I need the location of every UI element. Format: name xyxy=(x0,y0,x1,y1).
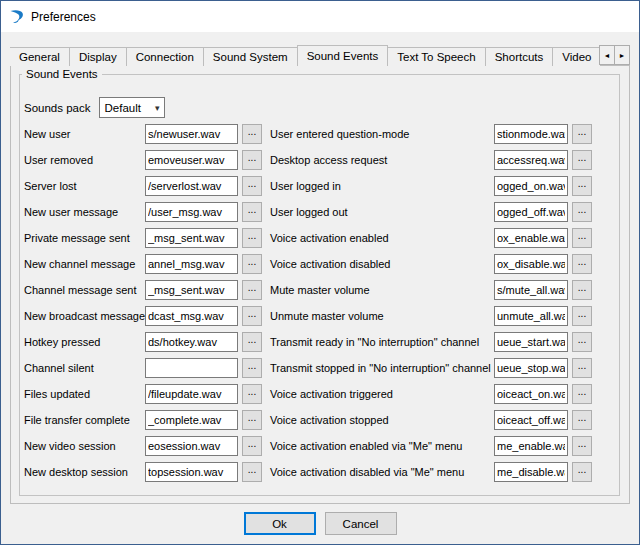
sound-file-input[interactable] xyxy=(494,176,568,196)
sound-file-input[interactable] xyxy=(145,176,238,196)
sound-event-row: File transfer complete... xyxy=(24,407,262,433)
cancel-button[interactable]: Cancel xyxy=(325,512,397,535)
sounds-pack-select[interactable]: Default ▾ xyxy=(99,97,165,118)
sound-file-input[interactable] xyxy=(145,254,238,274)
sound-event-label: Voice activation disabled xyxy=(270,258,490,270)
ok-button[interactable]: Ok xyxy=(244,512,316,535)
browse-button[interactable]: ... xyxy=(572,150,592,170)
sound-event-label: Desktop access request xyxy=(270,154,490,166)
browse-button[interactable]: ... xyxy=(572,228,592,248)
browse-button[interactable]: ... xyxy=(572,462,592,482)
sound-file-input[interactable] xyxy=(494,462,568,482)
sound-file-input[interactable] xyxy=(145,384,238,404)
browse-button[interactable]: ... xyxy=(572,202,592,222)
sound-file-input[interactable] xyxy=(145,410,238,430)
sound-event-row: Channel message sent... xyxy=(24,277,262,303)
tab-scroll-right-button[interactable]: ► xyxy=(614,45,630,65)
sound-event-row: Private message sent... xyxy=(24,225,262,251)
browse-button[interactable]: ... xyxy=(572,254,592,274)
sound-file-input[interactable] xyxy=(494,410,568,430)
sound-event-label: New broadcast message xyxy=(24,310,141,322)
sound-event-label: User entered question-mode xyxy=(270,128,490,140)
sound-file-input[interactable] xyxy=(145,202,238,222)
browse-button[interactable]: ... xyxy=(572,176,592,196)
sound-event-row: Server lost... xyxy=(24,173,262,199)
sound-event-row: Channel silent... xyxy=(24,355,262,381)
sound-event-label: New desktop session xyxy=(24,466,141,478)
browse-button[interactable]: ... xyxy=(242,410,262,430)
browse-button[interactable]: ... xyxy=(242,436,262,456)
sound-event-label: User logged out xyxy=(270,206,490,218)
browse-button[interactable]: ... xyxy=(572,306,592,326)
tab-shortcuts[interactable]: Shortcuts xyxy=(485,47,554,66)
sound-event-row: Hotkey pressed... xyxy=(24,329,262,355)
sound-file-input[interactable] xyxy=(145,124,238,144)
sound-file-input[interactable] xyxy=(494,254,568,274)
group-title: Sound Events xyxy=(22,68,102,80)
sound-file-input[interactable] xyxy=(494,358,568,378)
browse-button[interactable]: ... xyxy=(242,384,262,404)
sound-event-label: New user message xyxy=(24,206,141,218)
browse-button[interactable]: ... xyxy=(572,436,592,456)
titlebar[interactable]: Preferences xyxy=(1,1,639,32)
sound-event-row: User logged out... xyxy=(270,199,592,225)
browse-button[interactable]: ... xyxy=(572,280,592,300)
browse-button[interactable]: ... xyxy=(242,332,262,352)
browse-button[interactable]: ... xyxy=(572,332,592,352)
tab-sound-system[interactable]: Sound System xyxy=(203,47,298,66)
browse-button[interactable]: ... xyxy=(242,462,262,482)
browse-button[interactable]: ... xyxy=(242,202,262,222)
sound-file-input[interactable] xyxy=(145,150,238,170)
browse-button[interactable]: ... xyxy=(242,228,262,248)
browse-button[interactable]: ... xyxy=(572,384,592,404)
browse-button[interactable]: ... xyxy=(242,254,262,274)
browse-button[interactable]: ... xyxy=(242,306,262,326)
browse-button[interactable]: ... xyxy=(242,280,262,300)
browse-button[interactable]: ... xyxy=(572,124,592,144)
browse-button[interactable]: ... xyxy=(572,358,592,378)
tab-general[interactable]: General xyxy=(10,47,70,66)
tab-scroll-left-button[interactable]: ◄ xyxy=(599,45,615,65)
sound-event-row: New broadcast message... xyxy=(24,303,262,329)
sound-event-label: Channel silent xyxy=(24,362,141,374)
sound-file-input[interactable] xyxy=(145,228,238,248)
sound-file-input[interactable] xyxy=(494,228,568,248)
tab-scroll-buttons: ◄ ► xyxy=(600,45,630,65)
sound-file-input[interactable] xyxy=(494,124,568,144)
sound-file-input[interactable] xyxy=(145,358,238,378)
sound-event-row: Unmute master volume... xyxy=(270,303,592,329)
sound-events-right-column: User entered question-mode...Desktop acc… xyxy=(270,121,592,485)
sound-file-input[interactable] xyxy=(145,436,238,456)
sound-file-input[interactable] xyxy=(145,332,238,352)
sounds-pack-label: Sounds pack xyxy=(24,102,91,114)
browse-button[interactable]: ... xyxy=(572,410,592,430)
sound-event-row: User entered question-mode... xyxy=(270,121,592,147)
sound-file-input[interactable] xyxy=(145,462,238,482)
tab-video[interactable]: Video xyxy=(552,47,601,66)
sound-event-label: User removed xyxy=(24,154,141,166)
sound-file-input[interactable] xyxy=(494,280,568,300)
browse-button[interactable]: ... xyxy=(242,358,262,378)
tab-display[interactable]: Display xyxy=(69,47,127,66)
sound-file-input[interactable] xyxy=(494,436,568,456)
sound-file-input[interactable] xyxy=(494,202,568,222)
sound-event-row: New video session... xyxy=(24,433,262,459)
tab-text-to-speech[interactable]: Text To Speech xyxy=(387,47,485,66)
sound-file-input[interactable] xyxy=(494,332,568,352)
sound-file-input[interactable] xyxy=(494,306,568,326)
tab-connection[interactable]: Connection xyxy=(126,47,204,66)
sound-event-label: Voice activation triggered xyxy=(270,388,490,400)
tab-sound-events[interactable]: Sound Events xyxy=(297,45,389,66)
sound-file-input[interactable] xyxy=(145,306,238,326)
sound-file-input[interactable] xyxy=(145,280,238,300)
sound-file-input[interactable] xyxy=(494,384,568,404)
browse-button[interactable]: ... xyxy=(242,124,262,144)
sound-events-left-column: New user...User removed...Server lost...… xyxy=(24,121,262,485)
sound-event-label: User logged in xyxy=(270,180,490,192)
browse-button[interactable]: ... xyxy=(242,176,262,196)
sound-event-row: Voice activation enabled... xyxy=(270,225,592,251)
browse-button[interactable]: ... xyxy=(242,150,262,170)
sound-file-input[interactable] xyxy=(494,150,568,170)
sound-event-row: Transmit ready in "No interruption" chan… xyxy=(270,329,592,355)
sound-event-label: Voice activation enabled xyxy=(270,232,490,244)
